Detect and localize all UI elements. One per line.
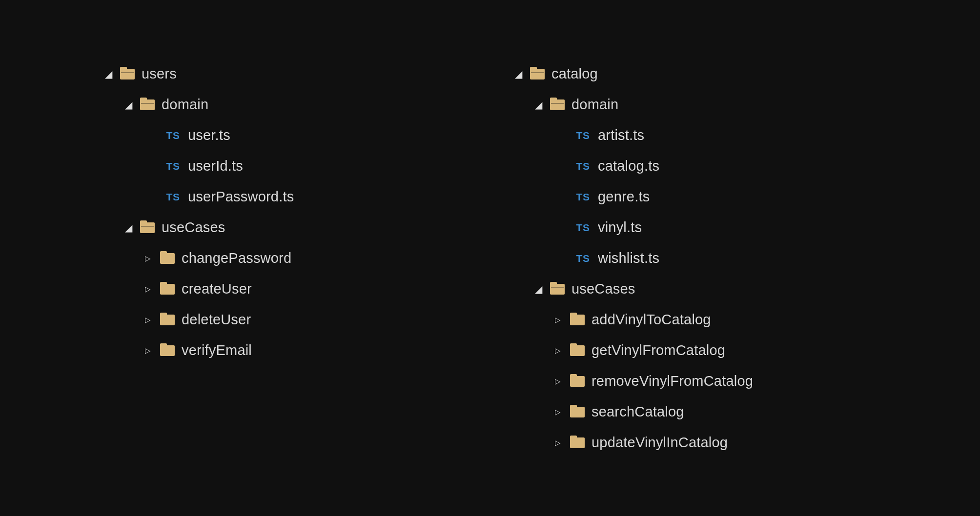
file-user-ts[interactable]: TS user.ts [105, 120, 466, 151]
chevron-right-icon: ▷ [555, 347, 564, 354]
file-label: userPassword.ts [188, 189, 294, 205]
typescript-icon: TS [575, 253, 591, 264]
typescript-icon: TS [575, 191, 591, 203]
file-catalog-ts[interactable]: TS catalog.ts [515, 151, 753, 181]
folder-deleteuser[interactable]: ▷ deleteUser [105, 304, 466, 335]
folder-icon [160, 345, 175, 356]
folder-usecases[interactable]: ◢ useCases [515, 274, 753, 304]
chevron-down-icon: ◢ [515, 69, 524, 79]
file-label: userId.ts [188, 158, 243, 174]
folder-label: changePassword [182, 250, 291, 266]
folder-open-icon [550, 284, 565, 295]
folder-label: catalog [551, 66, 598, 82]
folder-open-icon [120, 69, 135, 79]
file-vinyl-ts[interactable]: TS vinyl.ts [515, 212, 753, 243]
folder-label: getVinylFromCatalog [592, 342, 725, 358]
folder-label: addVinylToCatalog [592, 312, 711, 328]
folder-open-icon [530, 69, 545, 79]
folder-label: domain [572, 97, 618, 113]
file-label: wishlist.ts [598, 250, 659, 266]
folder-label: removeVinylFromCatalog [592, 373, 753, 389]
folder-usecases[interactable]: ◢ useCases [105, 212, 466, 243]
typescript-icon: TS [575, 130, 591, 141]
typescript-icon: TS [165, 191, 181, 203]
typescript-icon: TS [575, 160, 591, 172]
folder-getvinylfromcatalog[interactable]: ▷ getVinylFromCatalog [515, 335, 753, 366]
folder-open-icon [140, 99, 155, 110]
folder-icon [570, 376, 585, 387]
folder-icon [570, 315, 585, 325]
typescript-icon: TS [165, 130, 181, 141]
chevron-right-icon: ▷ [555, 316, 564, 323]
chevron-right-icon: ▷ [145, 316, 154, 323]
chevron-right-icon: ▷ [555, 377, 564, 385]
chevron-down-icon: ◢ [125, 100, 134, 110]
folder-label: createUser [182, 281, 252, 297]
file-label: artist.ts [598, 127, 644, 143]
file-artist-ts[interactable]: TS artist.ts [515, 120, 753, 151]
chevron-down-icon: ◢ [125, 223, 134, 233]
folder-label: verifyEmail [182, 342, 252, 358]
file-label: genre.ts [598, 189, 650, 205]
chevron-down-icon: ◢ [535, 100, 544, 110]
folder-domain[interactable]: ◢ domain [105, 89, 466, 120]
folder-verifyemail[interactable]: ▷ verifyEmail [105, 335, 466, 366]
folder-label: updateVinylInCatalog [592, 435, 728, 451]
file-label: vinyl.ts [598, 219, 642, 236]
folder-icon [160, 253, 175, 264]
folder-removevinylfromcatalog[interactable]: ▷ removeVinylFromCatalog [515, 366, 753, 397]
file-label: catalog.ts [598, 158, 659, 174]
chevron-right-icon: ▷ [145, 285, 154, 293]
file-tree-catalog: ◢ catalog ◢ domain TS artist.ts TS catal… [515, 59, 753, 516]
folder-searchcatalog[interactable]: ▷ searchCatalog [515, 397, 753, 427]
folder-catalog[interactable]: ◢ catalog [515, 59, 753, 89]
folder-updatevinylincatalog[interactable]: ▷ updateVinylInCatalog [515, 427, 753, 458]
chevron-right-icon: ▷ [145, 347, 154, 354]
typescript-icon: TS [575, 222, 591, 234]
folder-open-icon [140, 222, 155, 233]
folder-addvinyltocatalog[interactable]: ▷ addVinylToCatalog [515, 304, 753, 335]
file-userid-ts[interactable]: TS userId.ts [105, 151, 466, 181]
folder-changepassword[interactable]: ▷ changePassword [105, 243, 466, 274]
folder-label: domain [162, 97, 208, 113]
chevron-down-icon: ◢ [105, 69, 114, 79]
chevron-right-icon: ▷ [555, 439, 564, 446]
folder-icon [570, 437, 585, 448]
folder-label: searchCatalog [592, 404, 684, 420]
folder-createuser[interactable]: ▷ createUser [105, 274, 466, 304]
chevron-right-icon: ▷ [555, 408, 564, 416]
file-tree-users: ◢ users ◢ domain TS user.ts TS userId.ts… [105, 59, 466, 516]
file-label: user.ts [188, 127, 230, 143]
folder-domain[interactable]: ◢ domain [515, 89, 753, 120]
chevron-right-icon: ▷ [145, 255, 154, 262]
folder-label: useCases [162, 219, 225, 236]
folder-users[interactable]: ◢ users [105, 59, 466, 89]
folder-label: users [142, 66, 177, 82]
folder-icon [160, 284, 175, 295]
file-genre-ts[interactable]: TS genre.ts [515, 181, 753, 212]
file-userpassword-ts[interactable]: TS userPassword.ts [105, 181, 466, 212]
folder-open-icon [550, 99, 565, 110]
file-wishlist-ts[interactable]: TS wishlist.ts [515, 243, 753, 274]
folder-icon [160, 315, 175, 325]
chevron-down-icon: ◢ [535, 284, 544, 294]
folder-icon [570, 407, 585, 417]
typescript-icon: TS [165, 160, 181, 172]
folder-label: useCases [572, 281, 635, 297]
folder-label: deleteUser [182, 312, 251, 328]
folder-icon [570, 345, 585, 356]
